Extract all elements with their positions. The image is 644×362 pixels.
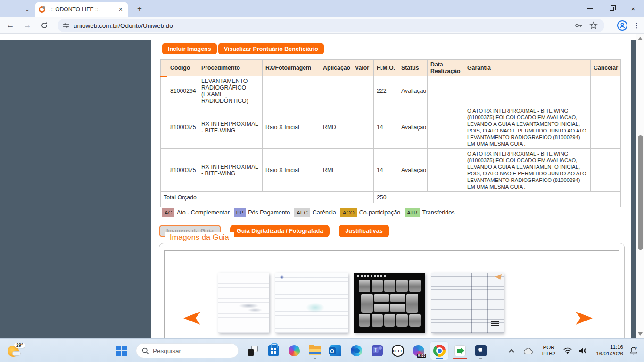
wifi-icon[interactable]: [563, 347, 572, 354]
header-aplicacao: Aplicação: [320, 60, 352, 76]
legend-badge-aec: AEC: [294, 208, 310, 217]
copilot-button[interactable]: [285, 341, 304, 360]
page-scrollbar[interactable]: [636, 34, 644, 338]
incluir-imagens-button[interactable]: Incluir Imagens: [162, 43, 217, 54]
header-procedimento: Procedimento: [198, 60, 263, 76]
m365-copilot-button[interactable]: M365: [409, 341, 428, 360]
document-corner-mark: [495, 274, 502, 280]
xray-frame: [361, 294, 373, 313]
site-settings-icon[interactable]: [62, 22, 70, 29]
m365-icon: M365: [413, 345, 424, 356]
cell-rx: [263, 76, 320, 106]
carousel-prev-button[interactable]: [183, 311, 200, 325]
close-button[interactable]: ×: [622, 0, 644, 17]
profile-avatar-icon[interactable]: [617, 20, 627, 31]
password-key-icon[interactable]: [574, 21, 583, 30]
bookmark-star-icon[interactable]: [589, 21, 598, 30]
clock-widget[interactable]: 11:16 16/01/2026: [596, 344, 623, 357]
start-button[interactable]: [112, 341, 131, 360]
url-text[interactable]: unioweb.com.br/Odonto/Uniweb.do: [74, 22, 574, 29]
running-indicator: [314, 358, 316, 359]
svg-text:z: z: [636, 347, 637, 349]
cell-procedimento: LEVANTAMENTO RADIOGRÁFICO (EXAME RADIODÔ…: [198, 76, 263, 106]
header-hmo: H.M.O.: [374, 60, 398, 76]
carousel-next-button[interactable]: [576, 311, 593, 325]
file-explorer-button[interactable]: [305, 341, 324, 360]
thumbnail-document-1[interactable]: [218, 273, 269, 333]
microsoft-store-button[interactable]: [264, 341, 283, 360]
legend-label-atr: Transferidos: [422, 209, 454, 216]
clock-time: 11:16: [596, 344, 623, 351]
tab-guia-digitalizada[interactable]: Guia Digitalizada / Fotografada: [230, 225, 330, 237]
page-content: Incluir Imagens Visualizar Prontuário Be…: [151, 40, 631, 338]
cell-aplicacao: RME: [320, 149, 352, 192]
cell-valor: [352, 106, 374, 149]
minimize-button[interactable]: [579, 0, 601, 17]
tray-chevron-up-icon[interactable]: [508, 349, 515, 353]
visualizar-prontuario-button[interactable]: Visualizar Prontuário Beneficiário: [218, 43, 324, 54]
export-app-button[interactable]: [451, 341, 470, 360]
site-favicon-icon: [39, 6, 45, 13]
task-view-button[interactable]: [243, 341, 262, 360]
reload-button[interactable]: [38, 19, 51, 32]
active-indicator: [436, 358, 443, 359]
xray-frame: [359, 314, 370, 327]
onedrive-cloud-icon[interactable]: [523, 347, 534, 354]
thumbnail-document-3[interactable]: [431, 273, 504, 333]
language-indicator[interactable]: POR PTB2: [542, 345, 556, 357]
address-bar[interactable]: unioweb.com.br/Odonto/Uniweb.do: [58, 19, 604, 32]
m365-badge: M365: [417, 354, 426, 358]
cell-valor: [352, 149, 374, 192]
document-barcode: [491, 321, 499, 326]
teams-button[interactable]: [368, 341, 387, 360]
table-row: 81000375 RX INTERPROXIMAL - BITE-WING Ra…: [161, 106, 621, 149]
scrollbar-thumb[interactable]: [638, 135, 643, 250]
outlook-button[interactable]: [326, 341, 345, 360]
xray-grid: [359, 280, 421, 329]
scroll-down-icon[interactable]: [638, 332, 643, 336]
clock-date: 16/01/2026: [596, 351, 623, 357]
attention-indicator: [453, 358, 467, 359]
empty-row: [161, 203, 621, 207]
taskbar-search[interactable]: Pesquisar: [136, 343, 239, 358]
browser-tabstrip: ⌄ .:: ODONTO LIFE ::. × + ×: [0, 0, 644, 17]
restore-icon: [610, 7, 614, 11]
cell-codigo: 81000375: [167, 106, 198, 149]
cell-status: Avaliação: [398, 106, 428, 149]
tab-justificativas[interactable]: Justificativas: [339, 225, 389, 237]
cell-garantia: O ATO RX INTERPROXIMAL - BITE WING (8100…: [464, 106, 591, 149]
running-indicator: [479, 358, 482, 359]
browser-menu-icon[interactable]: ⋮: [633, 21, 640, 30]
system-tray: POR PTB2 11:16 16/01/2026 zz: [504, 339, 644, 362]
table-header-row: Código Procedimento RX/Foto/Imagem Aplic…: [161, 60, 621, 76]
thumbnail-document-2[interactable]: [275, 273, 348, 333]
table-row: 81000294 LEVANTAMENTO RADIOGRÁFICO (EXAM…: [161, 76, 621, 106]
xray-frame: [372, 314, 383, 327]
screen: ⌄ .:: ODONTO LIFE ::. × + × ← → unioweb.…: [0, 0, 644, 362]
edge-button[interactable]: [347, 341, 366, 360]
legend-label-ac: Ato - Complementar: [177, 209, 230, 216]
legend-badge-pp: PP: [234, 208, 246, 217]
chrome-button[interactable]: [430, 341, 449, 360]
header-status: Status: [398, 60, 428, 76]
folder-icon: [309, 346, 321, 355]
dental-app-button[interactable]: [471, 341, 490, 360]
weather-widget[interactable]: 29°: [7, 343, 27, 359]
xray-frame: [390, 294, 405, 302]
dell-button[interactable]: DELL: [388, 341, 407, 360]
browser-tab[interactable]: .:: ODONTO LIFE ::. ×: [35, 2, 128, 17]
tab-close-icon[interactable]: ×: [117, 6, 124, 13]
thumbnail-xray[interactable]: [354, 273, 425, 333]
forward-button[interactable]: →: [21, 19, 34, 32]
procedures-table: Código Procedimento RX/Foto/Imagem Aplic…: [160, 59, 621, 207]
legend-badge-aco: ACO: [340, 208, 357, 217]
legend-label-aec: Carência: [313, 209, 336, 216]
notification-bell-icon[interactable]: zz: [629, 346, 638, 355]
volume-icon[interactable]: [578, 347, 587, 354]
tab-list-chevron-icon[interactable]: ⌄: [21, 4, 34, 14]
restore-button[interactable]: [601, 0, 622, 17]
new-tab-button[interactable]: +: [134, 3, 145, 15]
scroll-up-icon[interactable]: [638, 37, 643, 40]
minimize-icon: [587, 8, 593, 9]
back-button[interactable]: ←: [4, 19, 17, 32]
